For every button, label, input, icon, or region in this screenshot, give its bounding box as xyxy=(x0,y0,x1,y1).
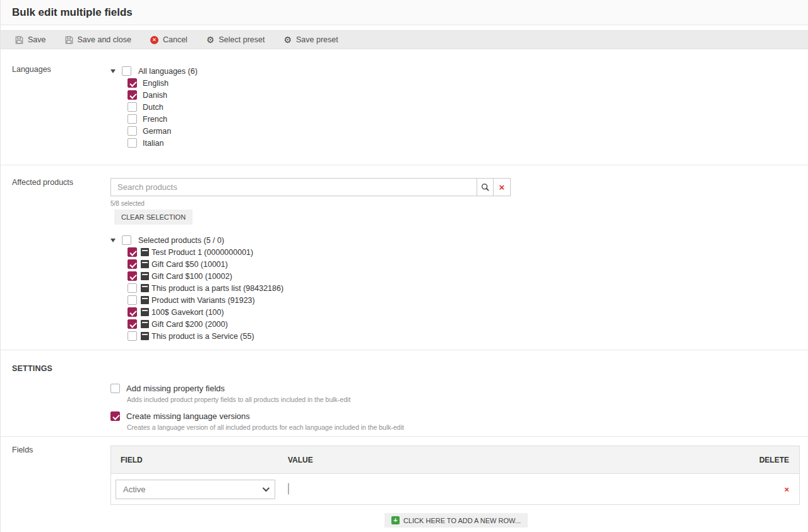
plus-icon: + xyxy=(391,516,400,524)
product-icon xyxy=(141,332,149,340)
language-item-french: French xyxy=(128,113,198,125)
product-label[interactable]: This product is a parts list (98432186) xyxy=(152,284,283,293)
language-label[interactable]: German xyxy=(143,127,171,136)
product-icon xyxy=(141,272,149,280)
affected-products-section-label: Affected products xyxy=(12,178,110,350)
settings-section: SETTINGS Add missing property fields Add… xyxy=(1,350,808,437)
setting-label[interactable]: Create missing language versions xyxy=(126,411,250,421)
delete-row-x-icon[interactable]: × xyxy=(784,485,789,494)
language-checkbox[interactable] xyxy=(128,114,137,124)
selected-products-checkbox[interactable] xyxy=(122,235,131,245)
search-input[interactable] xyxy=(110,178,477,196)
selection-summary: 5/8 selected xyxy=(110,200,511,207)
search-button[interactable] xyxy=(477,178,494,196)
product-label[interactable]: 100$ Gavekort (100) xyxy=(152,308,224,317)
settings-options: Add missing property fields Adds include… xyxy=(110,384,808,431)
product-item: Gift Card $200 (2000) xyxy=(128,318,511,330)
language-label[interactable]: Dutch xyxy=(143,103,163,112)
collapse-arrow-icon[interactable] xyxy=(110,239,122,242)
products-tree-root: Selected products (5 / 0) xyxy=(110,234,511,246)
field-value-checkbox[interactable] xyxy=(288,483,289,495)
selected-products-label[interactable]: Selected products (5 / 0) xyxy=(138,236,224,245)
chevron-down-icon xyxy=(263,485,270,492)
products-tree: Selected products (5 / 0) Test Product 1… xyxy=(110,234,511,342)
settings-heading: SETTINGS xyxy=(12,364,808,373)
product-label[interactable]: Test Product 1 (0000000001) xyxy=(152,248,253,257)
languages-tree-root: All languages (6) xyxy=(110,65,198,77)
add-row-button[interactable]: + CLICK HERE TO ADD A NEW ROW... xyxy=(384,513,528,528)
product-checkbox[interactable] xyxy=(128,295,137,305)
language-label[interactable]: English xyxy=(143,79,169,88)
product-checkbox[interactable] xyxy=(128,247,137,257)
setting-checkbox[interactable] xyxy=(110,384,120,393)
all-languages-checkbox[interactable] xyxy=(122,66,131,76)
product-label[interactable]: Gift Card $200 (2000) xyxy=(152,320,228,329)
all-languages-label[interactable]: All languages (6) xyxy=(138,67,198,76)
product-checkbox[interactable] xyxy=(128,271,137,281)
save-button-label: Save xyxy=(28,35,46,44)
language-checkbox[interactable] xyxy=(128,102,137,112)
languages-section-label: Languages xyxy=(12,65,110,165)
product-checkbox[interactable] xyxy=(128,283,137,293)
clear-selection-button[interactable]: CLEAR SELECTION xyxy=(114,210,193,225)
clear-search-x-icon: × xyxy=(499,182,505,192)
setting-label[interactable]: Add missing property fields xyxy=(126,384,225,393)
product-checkbox[interactable] xyxy=(128,259,137,269)
product-checkbox[interactable] xyxy=(128,319,137,329)
fields-table-row: Active × xyxy=(111,474,799,504)
save-button[interactable]: Save xyxy=(6,31,56,49)
languages-list: English Danish Dutch French German xyxy=(128,77,198,149)
product-icon xyxy=(141,284,149,292)
clear-search-button[interactable]: × xyxy=(494,178,511,196)
select-preset-button[interactable]: ⚙ Select preset xyxy=(197,31,275,49)
save-icon xyxy=(15,36,23,44)
setting-checkbox[interactable] xyxy=(110,411,120,421)
language-checkbox[interactable] xyxy=(128,138,137,148)
language-item-german: German xyxy=(128,125,198,137)
language-item-english: English xyxy=(128,77,198,89)
product-item: Gift Card $100 (10002) xyxy=(128,270,511,282)
cancel-button[interactable]: × Cancel xyxy=(141,31,197,49)
bulk-edit-page: Bulk edit multiple fields Save Save and … xyxy=(0,0,808,532)
language-label[interactable]: Italian xyxy=(143,139,163,148)
gear-icon: ⚙ xyxy=(283,35,292,44)
language-checkbox[interactable] xyxy=(128,78,137,88)
fields-table: FIELD VALUE DELETE Active × xyxy=(110,446,800,505)
column-header-value: VALUE xyxy=(288,456,749,464)
language-checkbox[interactable] xyxy=(128,90,137,100)
gear-icon: ⚙ xyxy=(206,35,215,44)
product-checkbox[interactable] xyxy=(128,331,137,341)
language-checkbox[interactable] xyxy=(128,126,137,136)
setting-description: Creates a language version of all includ… xyxy=(127,423,808,431)
language-item-italian: Italian xyxy=(128,137,198,149)
page-header: Bulk edit multiple fields xyxy=(1,0,808,25)
save-preset-button[interactable]: ⚙ Save preset xyxy=(274,31,347,49)
product-item: This product is a Service (55) xyxy=(128,330,511,342)
product-checkbox[interactable] xyxy=(128,307,137,317)
product-label[interactable]: This product is a Service (55) xyxy=(152,332,254,341)
product-label[interactable]: Gift Card $100 (10002) xyxy=(152,272,232,281)
affected-products-content: × 5/8 selected CLEAR SELECTION Selected … xyxy=(110,178,511,350)
product-item: Gift Card $50 (10001) xyxy=(128,258,511,270)
select-preset-button-label: Select preset xyxy=(218,35,264,44)
language-label[interactable]: Danish xyxy=(143,91,167,100)
product-item: Test Product 1 (0000000001) xyxy=(128,246,511,258)
field-select[interactable]: Active xyxy=(116,480,275,499)
product-item: Product with Variants (91923) xyxy=(128,294,511,306)
product-search-group: × xyxy=(110,178,511,196)
fields-table-header: FIELD VALUE DELETE xyxy=(111,446,799,474)
collapse-arrow-icon[interactable] xyxy=(110,69,122,73)
setting-add-missing-property-fields: Add missing property fields Adds include… xyxy=(110,384,808,403)
products-list: Test Product 1 (0000000001) Gift Card $5… xyxy=(128,246,511,342)
product-label[interactable]: Gift Card $50 (10001) xyxy=(152,260,228,269)
save-and-close-button[interactable]: Save and close xyxy=(56,31,141,49)
fields-content: FIELD VALUE DELETE Active × xyxy=(110,446,808,532)
language-label[interactable]: French xyxy=(143,115,167,124)
product-label[interactable]: Product with Variants (91923) xyxy=(152,296,255,305)
languages-section: Languages All languages (6) English Dani… xyxy=(1,49,808,165)
product-icon xyxy=(141,296,149,304)
column-header-delete: DELETE xyxy=(749,456,799,464)
toolbar: Save Save and close × Cancel ⚙ Select pr… xyxy=(1,30,808,49)
fields-section-label: Fields xyxy=(12,446,110,532)
product-icon xyxy=(141,308,149,316)
